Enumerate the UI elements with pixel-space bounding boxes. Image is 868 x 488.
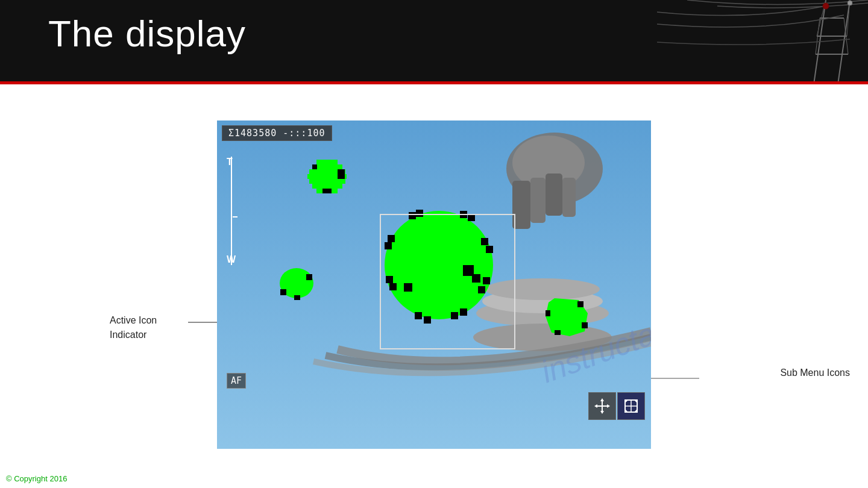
sub-menu-expand-icon[interactable]: [617, 392, 645, 420]
selection-rect: [380, 214, 515, 349]
svg-rect-59: [555, 330, 561, 335]
svg-marker-64: [600, 411, 604, 414]
sub-menu-label: Sub Menu Icons: [780, 368, 850, 378]
svg-rect-57: [577, 301, 583, 307]
svg-rect-22: [316, 160, 338, 164]
sub-menu-annotation: Sub Menu Icons: [780, 368, 850, 378]
af-indicator: AF: [227, 373, 246, 389]
svg-marker-73: [634, 409, 637, 412]
svg-marker-70: [625, 400, 628, 403]
svg-rect-15: [530, 178, 546, 223]
svg-marker-63: [600, 398, 604, 401]
svg-point-9: [823, 3, 829, 9]
svg-rect-27: [312, 184, 342, 189]
svg-rect-58: [582, 322, 588, 328]
svg-marker-65: [594, 404, 597, 408]
svg-rect-16: [546, 174, 562, 216]
header: The display: [0, 0, 868, 84]
active-icon-annotation: Active IconIndicator: [110, 313, 157, 342]
zoom-bottom-label: W: [227, 254, 236, 265]
camera-status-bar: Σ1483580 -:::100: [222, 125, 332, 141]
page-title: The display: [48, 12, 246, 55]
svg-point-10: [848, 1, 852, 5]
zoom-marker: [233, 216, 237, 217]
blob-right: [542, 295, 591, 337]
svg-rect-17: [562, 178, 576, 217]
copyright-text: © Copyright 2016: [6, 474, 67, 483]
main-content: Σ1483580 -:::100 T W instructables.com: [0, 84, 868, 464]
svg-marker-71: [634, 400, 637, 403]
svg-rect-55: [294, 295, 300, 300]
svg-marker-72: [625, 409, 628, 412]
svg-line-1: [838, 0, 850, 84]
zoom-line: [231, 157, 232, 265]
blob-left-mid: [277, 265, 316, 301]
header-graphic: [657, 0, 868, 84]
svg-rect-30: [338, 169, 345, 179]
svg-rect-31: [312, 164, 317, 169]
zoom-indicator: T W: [227, 157, 236, 265]
svg-rect-53: [306, 274, 312, 280]
blob-top-left: [307, 160, 350, 202]
sub-menu-bar: [588, 392, 645, 420]
svg-rect-29: [322, 189, 332, 193]
svg-rect-60: [546, 310, 550, 316]
sub-menu-move-icon[interactable]: [588, 392, 616, 420]
svg-rect-26: [309, 179, 345, 184]
svg-rect-54: [280, 289, 286, 295]
svg-marker-66: [607, 404, 610, 408]
camera-display: Σ1483580 -:::100 T W instructables.com: [217, 120, 651, 449]
active-icon-label: Active IconIndicator: [110, 313, 157, 342]
